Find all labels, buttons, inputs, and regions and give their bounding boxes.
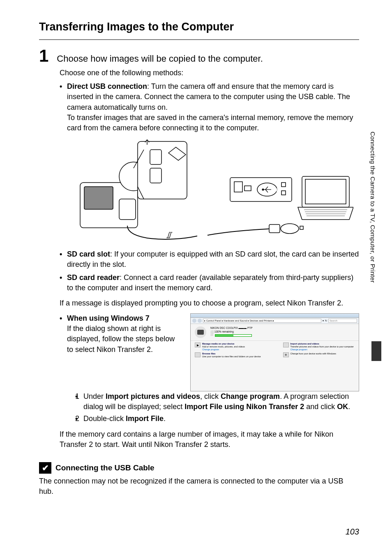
win7-bullet-list: When using Windows 7 If the dialog shown… <box>60 313 359 424</box>
check-icon: ✔ <box>39 462 51 474</box>
win7-step-1: 1 Under Import pictures and videos, clic… <box>75 391 359 412</box>
svg-rect-16 <box>281 191 286 195</box>
t: Under <box>83 392 106 400</box>
step-title: Choose how images will be copied to the … <box>57 53 263 64</box>
device-name: NIKON DSC COOLPIX ▬▬▬ PTP <box>210 326 253 330</box>
page-number: 103 <box>346 527 359 537</box>
t: Change program <box>221 392 280 400</box>
svg-rect-6 <box>150 168 161 183</box>
method-list-2: SD card slot: If your computer is equipp… <box>60 249 359 293</box>
t: and click <box>304 403 337 411</box>
folder-icon <box>195 352 201 357</box>
import-link: Change program <box>291 348 354 351</box>
win7-screenshot: ▸ Control Panel ▸ Hardware and Sound ▸ D… <box>190 313 359 391</box>
gear-icon: ⚙ <box>283 352 289 357</box>
svg-rect-26 <box>300 226 303 229</box>
t: . <box>164 414 166 423</box>
win7-text: If the dialog shown at right is displaye… <box>67 324 182 355</box>
svg-rect-24 <box>269 224 280 233</box>
method-sdslot-label: SD card slot <box>67 250 110 258</box>
page-heading: Transferring Images to the Computer <box>39 21 359 40</box>
manage-title: Manage media on your device <box>202 342 245 345</box>
svg-rect-11 <box>234 182 242 192</box>
svg-rect-12 <box>244 186 251 191</box>
side-section-label: Connecting the Camera to a TV, Computer,… <box>369 132 376 283</box>
final-paragraph: If the memory card contains a large numb… <box>60 429 359 450</box>
svg-point-25 <box>281 224 299 234</box>
method-usb-text2: To transfer images that are saved in the… <box>67 113 359 133</box>
t: . <box>348 403 350 411</box>
manage-link: Change program <box>202 348 245 351</box>
method-sdslot-text: : If your computer is equipped with an S… <box>67 250 359 268</box>
search-input: Search <box>328 319 357 323</box>
import-title: Import pictures and videos <box>291 342 354 345</box>
svg-text:∬: ∬ <box>166 231 173 238</box>
svg-rect-5 <box>150 150 161 164</box>
message-paragraph: If a message is displayed prompting you … <box>60 298 359 308</box>
method-list: Direct USB connection: Turn the camera o… <box>60 81 359 133</box>
diagram-svg: HDMI �ионн <box>66 137 353 244</box>
t: Import pictures and videos <box>106 392 200 400</box>
method-sdreader: SD card reader: Connect a card reader (a… <box>60 273 359 293</box>
t: OK <box>337 403 348 411</box>
t: Import File using Nikon Transfer 2 <box>184 403 304 411</box>
changehow-sub: Change how your device works with Window… <box>291 352 337 355</box>
win7-steps: 1 Under Import pictures and videos, clic… <box>75 391 359 424</box>
win7-item: When using Windows 7 If the dialog shown… <box>60 313 359 424</box>
play-icon: ▶ <box>195 342 201 347</box>
win7-step-2: 2 Double-click Import File. <box>75 414 359 424</box>
svg-rect-18 <box>305 179 346 204</box>
step-number: 1 <box>39 47 48 65</box>
picture-icon <box>283 342 289 347</box>
num-1: 1 <box>75 391 79 402</box>
browse-sub: Use your computer to view files and fold… <box>202 355 261 358</box>
t: Import File <box>126 414 164 423</box>
method-sdreader-label: SD card reader <box>67 273 120 282</box>
side-tab-marker <box>371 341 381 361</box>
method-usb: Direct USB connection: Turn the camera o… <box>60 81 359 133</box>
method-usb-label: Direct USB connection <box>67 82 147 90</box>
t: , click <box>200 392 221 400</box>
num-2: 2 <box>75 414 79 424</box>
step-intro: Choose one of the following methods: <box>60 68 359 78</box>
device-remaining: ⬜ 100% remaining <box>210 330 253 333</box>
note-title: Connecting the USB Cable <box>55 463 154 472</box>
svg-rect-15 <box>281 183 286 187</box>
breadcrumb: ▸ Control Panel ▸ Hardware and Sound ▸ D… <box>203 319 321 323</box>
win7-heading: When using Windows 7 <box>67 313 182 324</box>
manage-sub: Add or remove music, pictures, and video… <box>202 345 245 348</box>
camera-icon <box>195 326 206 338</box>
svg-rect-1 <box>84 187 113 209</box>
nav-back-icon <box>192 319 196 323</box>
connection-diagram: HDMI �ионн <box>60 137 359 244</box>
note-body: The connection may not be recognized if … <box>39 476 359 497</box>
svg-rect-3 <box>119 199 136 220</box>
nav-fwd-icon <box>198 319 202 323</box>
browse-title: Browse files <box>202 352 261 355</box>
method-sdslot: SD card slot: If your computer is equipp… <box>60 249 359 270</box>
t: Double-click <box>83 414 126 423</box>
import-sub: Transfer pictures and videos from your d… <box>291 345 354 348</box>
